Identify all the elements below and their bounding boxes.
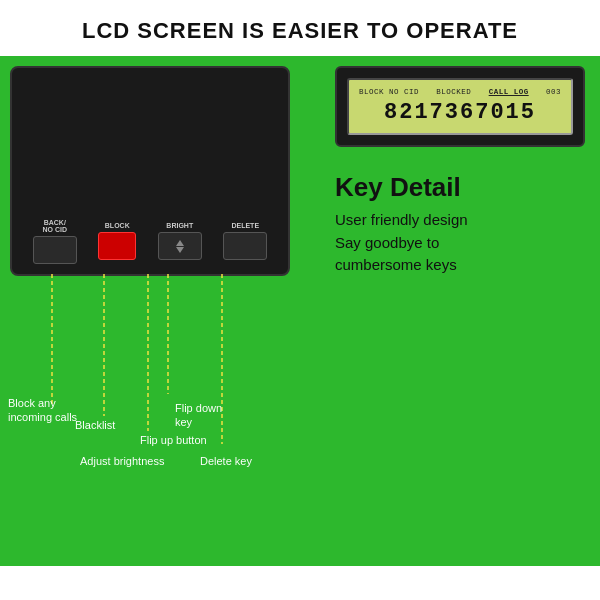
ann-flip-up-button: Flip up button [140,433,207,447]
btn-block-label: BLOCK [105,222,130,230]
btn-delete-label: DELETE [231,222,259,230]
btn-back[interactable] [33,236,77,264]
ann-blacklist: Blacklist [75,418,115,432]
lcd-number-display: 8217367015 [359,100,561,125]
page-title: LCD SCREEN IS EASIER TO OPERATE [0,0,600,56]
btn-group-block: BLOCK [98,222,136,260]
ann-delete-key: Delete key [200,454,252,468]
device-buttons-row: BACK/ NO CID BLOCK BRIGHT [12,219,288,264]
btn-back-label: BACK/ NO CID [43,219,68,234]
title-text: LCD SCREEN IS EASIER TO OPERATE [82,18,518,43]
key-detail-text: User friendly design Say goodbye to cumb… [335,209,585,277]
device-body: BACK/ NO CID BLOCK BRIGHT [10,66,290,276]
arrow-up-icon [176,240,184,246]
btn-delete[interactable] [223,232,267,260]
ann-block-any: Block anyincoming calls [8,396,77,425]
lcd-status-row: BLOCK NO CID BLOCKED CALL LOG 003 [359,88,561,96]
arrow-down-icon [176,247,184,253]
btn-bright-label: BRIGHT [166,222,193,230]
key-detail-title: Key Detail [335,172,585,203]
btn-bright[interactable] [158,232,202,260]
btn-group-bright: BRIGHT [158,222,202,260]
lcd-call-log: CALL LOG [489,88,529,96]
lcd-count: 003 [546,88,561,96]
main-content: BACK/ NO CID BLOCK BRIGHT [0,56,600,566]
lcd-block-no-cid: BLOCK NO CID [359,88,419,96]
btn-group-delete: DELETE [223,222,267,260]
btn-block[interactable] [98,232,136,260]
key-detail-section: Key Detail User friendly design Say good… [335,162,585,287]
btn-group-back: BACK/ NO CID [33,219,77,264]
lcd-device: BLOCK NO CID BLOCKED CALL LOG 003 821736… [335,66,585,147]
right-panel: BLOCK NO CID BLOCKED CALL LOG 003 821736… [320,56,600,566]
ann-flip-down-key: Flip downkey [175,401,222,430]
lcd-screen: BLOCK NO CID BLOCKED CALL LOG 003 821736… [347,78,573,135]
ann-adjust-brightness: Adjust brightness [80,454,164,468]
lcd-blocked: BLOCKED [436,88,471,96]
left-panel: BACK/ NO CID BLOCK BRIGHT [0,56,320,566]
